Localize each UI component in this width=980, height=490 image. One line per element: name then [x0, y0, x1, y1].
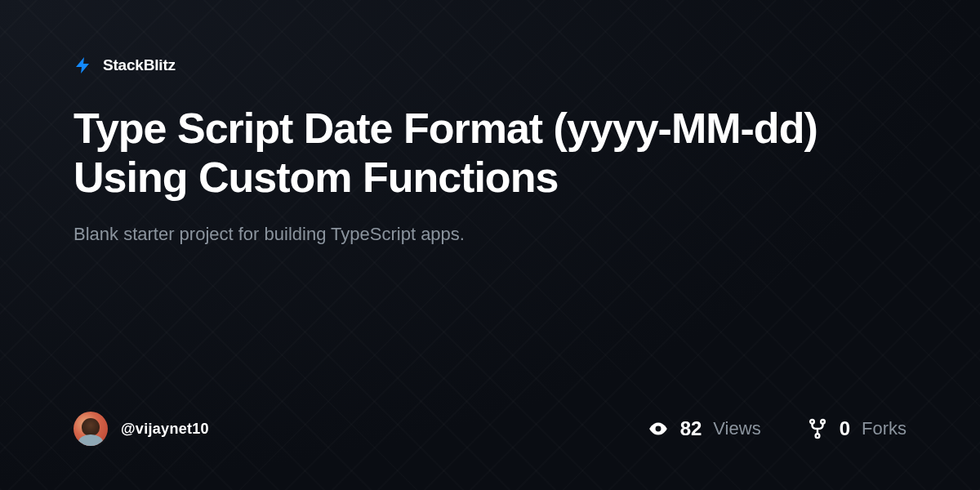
footer-bar: @vijaynet10 82 Views — [74, 412, 906, 446]
project-title: Type Script Date Format (yyyy-MM-dd) Usi… — [74, 105, 874, 203]
views-stat: 82 Views — [648, 417, 761, 440]
forks-stat: 0 Forks — [807, 417, 906, 440]
lightning-bolt-icon — [74, 56, 93, 75]
brand-header: StackBlitz — [74, 56, 906, 75]
views-count: 82 — [680, 417, 702, 440]
forks-count: 0 — [840, 417, 850, 440]
svg-point-2 — [821, 420, 825, 424]
project-description: Blank starter project for building TypeS… — [74, 222, 906, 247]
forks-label: Forks — [862, 418, 906, 439]
eye-icon — [648, 418, 669, 439]
svg-point-1 — [810, 420, 814, 424]
views-label: Views — [713, 418, 760, 439]
svg-point-3 — [815, 434, 819, 438]
author-username: @vijaynet10 — [121, 421, 209, 438]
brand-name: StackBlitz — [103, 56, 176, 74]
fork-icon — [807, 418, 828, 439]
project-stats: 82 Views 0 Forks — [648, 417, 906, 440]
avatar — [74, 412, 108, 446]
svg-point-0 — [655, 426, 661, 432]
author-info[interactable]: @vijaynet10 — [74, 412, 209, 446]
